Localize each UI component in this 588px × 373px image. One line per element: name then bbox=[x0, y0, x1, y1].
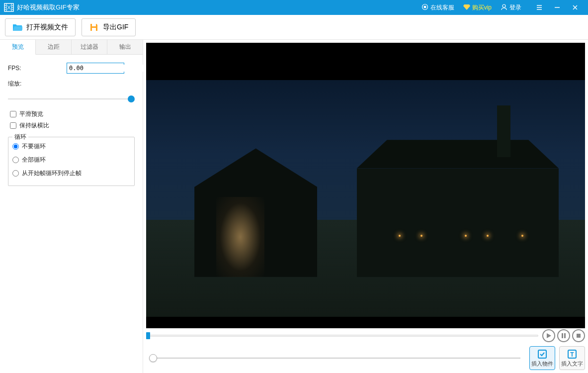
range-row: 插入物件 T 插入文字 bbox=[143, 343, 588, 373]
timeline-slider[interactable] bbox=[146, 332, 540, 339]
insert-text-button[interactable]: T 插入文字 bbox=[559, 346, 585, 370]
video-preview[interactable] bbox=[146, 43, 585, 328]
user-icon bbox=[501, 3, 507, 12]
svg-rect-21 bbox=[92, 24, 96, 26]
insert-object-button[interactable]: 插入物件 bbox=[529, 346, 555, 370]
range-slider[interactable] bbox=[146, 353, 525, 363]
close-button[interactable] bbox=[566, 0, 584, 15]
loop-group-title: 循环 bbox=[12, 133, 28, 141]
tab-filter[interactable]: 过滤器 bbox=[72, 40, 107, 55]
loop-none-radio[interactable]: 不要循环 bbox=[12, 142, 130, 151]
loop-all-radio[interactable]: 全部循环 bbox=[12, 156, 130, 164]
save-icon bbox=[89, 22, 99, 32]
object-icon bbox=[537, 349, 547, 359]
sidebar-tabs: 预览 边距 过滤器 输出 bbox=[0, 40, 143, 55]
menu-button[interactable] bbox=[530, 0, 548, 15]
playback-row bbox=[143, 328, 588, 343]
svg-text:T: T bbox=[570, 351, 574, 358]
slider-thumb[interactable] bbox=[128, 95, 135, 102]
svg-rect-27 bbox=[564, 333, 566, 338]
diamond-icon bbox=[463, 4, 470, 11]
open-file-button[interactable]: 打开视频文件 bbox=[5, 18, 76, 36]
fps-input-wrap bbox=[67, 63, 124, 74]
app-title: 好哈视频截取GIF专家 bbox=[17, 3, 80, 12]
export-gif-button[interactable]: 导出GIF bbox=[82, 18, 136, 36]
svg-point-12 bbox=[423, 5, 426, 8]
svg-marker-25 bbox=[547, 333, 551, 338]
stop-button[interactable] bbox=[572, 329, 585, 342]
sidebar: 预览 边距 过滤器 输出 FPS: 缩放: bbox=[0, 40, 143, 373]
range-thumb[interactable] bbox=[149, 354, 157, 362]
folder-icon bbox=[12, 22, 22, 32]
fps-input[interactable] bbox=[67, 65, 147, 72]
svg-point-14 bbox=[503, 4, 505, 7]
loop-group: 循环 不要循环 全部循环 从开始帧循环到停止帧 bbox=[8, 137, 135, 186]
pause-button[interactable] bbox=[557, 329, 570, 342]
app-icon bbox=[4, 3, 14, 12]
preview-pane: 插入物件 T 插入文字 bbox=[143, 40, 588, 373]
text-icon: T bbox=[567, 349, 577, 359]
scale-label: 缩放: bbox=[8, 80, 67, 88]
tab-output[interactable]: 输出 bbox=[107, 40, 143, 55]
minimize-button[interactable] bbox=[548, 0, 566, 15]
vip-link[interactable]: 购买vip bbox=[463, 3, 492, 12]
svg-rect-28 bbox=[577, 334, 581, 338]
timeline-thumb[interactable] bbox=[146, 332, 150, 339]
login-link[interactable]: 登录 bbox=[501, 3, 521, 12]
svg-marker-13 bbox=[463, 4, 470, 10]
play-button[interactable] bbox=[542, 329, 555, 342]
svg-rect-26 bbox=[562, 333, 563, 338]
tab-margin[interactable]: 边距 bbox=[36, 40, 72, 55]
tab-preview[interactable]: 预览 bbox=[0, 40, 36, 55]
support-link[interactable]: 在线客服 bbox=[421, 3, 454, 12]
smooth-preview-checkbox[interactable]: 平滑预览 bbox=[8, 110, 135, 118]
svg-rect-22 bbox=[92, 28, 96, 31]
headset-icon bbox=[421, 3, 428, 12]
keep-aspect-checkbox[interactable]: 保持纵横比 bbox=[8, 121, 135, 130]
scale-slider[interactable] bbox=[8, 94, 135, 104]
loop-range-radio[interactable]: 从开始帧循环到停止帧 bbox=[12, 169, 130, 178]
fps-label: FPS: bbox=[8, 65, 67, 72]
toolbar: 打开视频文件 导出GIF bbox=[0, 15, 588, 40]
title-bar: 好哈视频截取GIF专家 在线客服 购买vip 登录 bbox=[0, 0, 588, 15]
svg-rect-29 bbox=[538, 350, 546, 358]
